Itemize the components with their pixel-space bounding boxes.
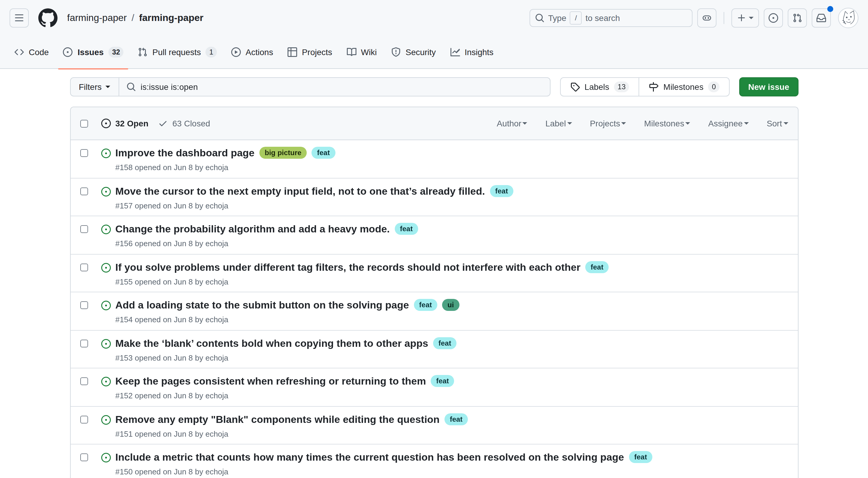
milestone-icon	[649, 82, 659, 92]
avatar[interactable]	[838, 8, 859, 28]
tab-label: Actions	[246, 47, 273, 57]
labels-button[interactable]: Labels 13	[561, 78, 639, 96]
issue-checkbox[interactable]	[80, 187, 88, 195]
issues-count-badge: 32	[108, 47, 124, 58]
author-filter-label: Author	[497, 119, 522, 128]
issue-checkbox[interactable]	[80, 453, 88, 461]
issue-main: Improve the dashboard pagebig picturefea…	[115, 146, 335, 178]
issue-meta: #157 opened on Jun 8 by echoja	[115, 201, 514, 210]
issue-title-link[interactable]: Include a metric that counts how many ti…	[115, 452, 624, 463]
issue-checkbox[interactable]	[80, 415, 88, 423]
issue-label[interactable]: ui	[442, 299, 459, 311]
issue-opened-icon	[101, 339, 111, 348]
your-issues-button[interactable]	[764, 8, 783, 28]
tab-wiki[interactable]: Wiki	[342, 36, 381, 69]
breadcrumb: farming-paper / farming-paper	[67, 12, 204, 23]
git-pull-request-icon	[138, 47, 148, 57]
closed-issues-toggle[interactable]: 63 Closed	[158, 119, 210, 128]
issue-checkbox[interactable]	[80, 225, 88, 233]
breadcrumb-separator: /	[127, 12, 139, 23]
issue-checkbox[interactable]	[80, 149, 88, 157]
issue-title-link[interactable]: Remove any empty "Blank" components whil…	[115, 414, 440, 425]
issue-title-link[interactable]: Change the probability algorithm and add…	[115, 223, 390, 235]
issue-label[interactable]: feat	[311, 147, 335, 159]
milestones-filter-dropdown[interactable]: Milestones	[644, 119, 690, 128]
issue-title-link[interactable]: Keep the pages consistent when refreshin…	[115, 376, 426, 387]
issue-meta: #152 opened on Jun 8 by echoja	[115, 391, 454, 400]
list-header-filters: Author Label Projects Milestones Assigne…	[497, 119, 788, 128]
breadcrumb-repo-link[interactable]: farming-paper	[139, 12, 204, 23]
copilot-button[interactable]	[697, 8, 716, 28]
issue-meta: #155 opened on Jun 8 by echoja	[115, 277, 609, 286]
tab-label: Code	[29, 47, 49, 57]
tab-actions[interactable]: Actions	[226, 36, 278, 69]
projects-filter-dropdown[interactable]: Projects	[590, 119, 626, 128]
issue-label[interactable]: feat	[395, 223, 418, 235]
tab-security[interactable]: Security	[386, 36, 441, 69]
chevron-down-icon	[621, 122, 626, 127]
issues-list-header: 32 Open 63 Closed Author Label Projects …	[70, 107, 798, 140]
issue-row: Add a loading state to the submit button…	[70, 292, 798, 330]
labels-button-label: Labels	[585, 82, 610, 92]
select-all-checkbox[interactable]	[80, 120, 88, 127]
tab-label: Issues	[78, 47, 104, 57]
issue-title-link[interactable]: Add a loading state to the submit button…	[115, 299, 409, 311]
issue-checkbox[interactable]	[80, 263, 88, 271]
check-icon	[158, 119, 168, 128]
issue-opened-icon	[101, 263, 111, 272]
issue-title-link[interactable]: If you solve problems under different ta…	[115, 261, 581, 273]
issue-label[interactable]: feat	[585, 261, 609, 273]
issue-checkbox[interactable]	[80, 301, 88, 309]
issue-label[interactable]: feat	[433, 337, 457, 349]
notifications-button[interactable]	[812, 8, 831, 28]
hamburger-menu-button[interactable]	[9, 8, 29, 28]
issue-main: Add a loading state to the submit button…	[115, 298, 459, 330]
issue-meta: #158 opened on Jun 8 by echoja	[115, 163, 335, 172]
issue-label[interactable]: feat	[629, 451, 652, 463]
github-logo-icon[interactable]	[38, 8, 58, 28]
filters-dropdown-button[interactable]: Filters	[70, 77, 119, 96]
page: farming-paper / farming-paper Type / to …	[0, 0, 868, 478]
tab-insights[interactable]: Insights	[445, 36, 498, 69]
issue-label[interactable]: feat	[414, 299, 437, 311]
issues-search-input[interactable]: is:issue is:open	[119, 77, 550, 96]
issue-label[interactable]: big picture	[259, 147, 307, 159]
create-new-button[interactable]	[732, 8, 759, 28]
sort-dropdown[interactable]: Sort	[767, 119, 788, 128]
your-pull-requests-button[interactable]	[788, 8, 807, 28]
issue-row: Include a metric that counts how many ti…	[70, 444, 798, 478]
open-issues-toggle[interactable]: 32 Open	[101, 119, 149, 128]
milestones-button[interactable]: Milestones 0	[639, 78, 729, 96]
repo-tab-nav: Code Issues 32 Pull requests 1 Actions P…	[0, 36, 868, 69]
tab-issues[interactable]: Issues 32	[58, 36, 128, 69]
label-filter-dropdown[interactable]: Label	[546, 119, 572, 128]
tab-code[interactable]: Code	[9, 36, 54, 69]
issue-checkbox[interactable]	[80, 377, 88, 385]
issue-opened-icon	[101, 301, 111, 310]
shield-icon	[391, 47, 401, 57]
milestones-filter-label: Milestones	[644, 119, 684, 128]
code-icon	[14, 47, 24, 57]
issue-checkbox[interactable]	[80, 339, 88, 347]
pull-requests-count-badge: 1	[206, 47, 217, 58]
issue-label[interactable]: feat	[490, 185, 514, 197]
issue-label[interactable]: feat	[431, 375, 454, 387]
breadcrumb-owner-link[interactable]: farming-paper	[67, 12, 127, 23]
author-filter-dropdown[interactable]: Author	[497, 119, 527, 128]
slash-key-hint: /	[570, 11, 582, 25]
tab-projects[interactable]: Projects	[283, 36, 337, 69]
issue-title-link[interactable]: Move the cursor to the next empty input …	[115, 185, 485, 197]
issue-label[interactable]: feat	[444, 413, 468, 425]
issue-opened-icon	[101, 187, 111, 196]
issue-opened-icon	[63, 47, 73, 57]
assignee-filter-dropdown[interactable]: Assignee	[708, 119, 748, 128]
inbox-icon	[816, 13, 826, 23]
issue-row: Improve the dashboard pagebig picturefea…	[70, 140, 798, 178]
global-search-input[interactable]: Type / to search	[530, 9, 692, 27]
issue-title-link[interactable]: Make the ‘blank’ contents bold when copy…	[115, 338, 428, 349]
issue-row: Make the ‘blank’ contents bold when copy…	[70, 330, 798, 369]
labels-milestones-group: Labels 13 Milestones 0	[560, 77, 730, 96]
tab-pull-requests[interactable]: Pull requests 1	[133, 36, 222, 69]
issue-title-link[interactable]: Improve the dashboard page	[115, 147, 255, 159]
new-issue-button[interactable]: New issue	[739, 77, 798, 96]
